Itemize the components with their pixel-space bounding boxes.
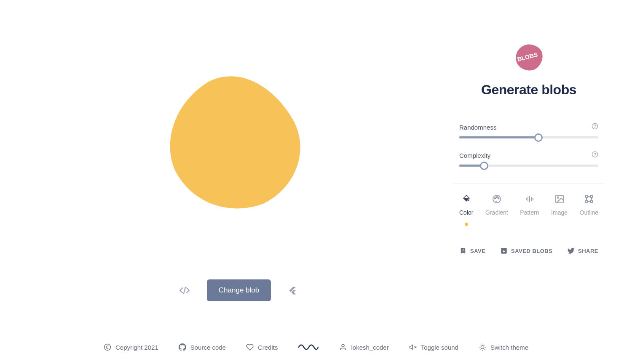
tab-label: Color	[459, 209, 473, 216]
svg-rect-13	[531, 197, 532, 201]
svg-line-38	[485, 345, 485, 345]
bookmark-icon	[459, 247, 467, 255]
blob-shape	[158, 61, 318, 221]
heart-icon	[246, 343, 254, 351]
github-icon	[179, 343, 186, 351]
user-icon	[339, 343, 347, 351]
svg-point-30	[481, 345, 484, 349]
tab-outline[interactable]: Outline	[580, 194, 598, 226]
action-bar: Change blob	[176, 279, 300, 301]
svg-point-7	[494, 198, 495, 199]
svg-point-8	[496, 197, 497, 198]
help-icon[interactable]	[592, 151, 598, 159]
code-button[interactable]	[176, 282, 193, 299]
randomness-slider[interactable]	[459, 136, 598, 138]
tab-label: Outline	[580, 209, 598, 216]
complexity-thumb[interactable]	[480, 162, 488, 170]
toggle-sound-label: Toggle sound	[421, 344, 458, 351]
complexity-slider-group: Complexity	[459, 151, 598, 167]
svg-rect-19	[586, 201, 587, 202]
blob-preview-panel: Change blob	[34, 8, 459, 328]
saved-blobs-link[interactable]: SAVED BLOBS	[500, 247, 552, 255]
svg-point-5	[595, 156, 595, 156]
copyright-link[interactable]: Copyright 2021	[104, 343, 158, 351]
code-icon	[179, 285, 190, 296]
svg-rect-14	[533, 198, 533, 200]
image-icon	[554, 194, 565, 204]
copyright-label: Copyright 2021	[115, 344, 158, 351]
color-dot	[465, 223, 468, 226]
svg-rect-11	[528, 197, 528, 201]
svg-rect-17	[586, 196, 587, 197]
action-links: SAVE SAVED BLOBS SHARE	[459, 247, 598, 255]
svg-point-25	[104, 344, 110, 351]
source-code-link[interactable]: Source code	[179, 343, 226, 351]
flutter-icon	[288, 286, 297, 295]
tab-label: Pattern	[520, 209, 539, 216]
style-tabs: Color Gradient	[459, 194, 598, 226]
toggle-sound-link[interactable]: Toggle sound	[409, 343, 458, 351]
randomness-slider-group: Randomness	[459, 123, 598, 138]
svg-point-16	[557, 197, 559, 198]
divider	[453, 183, 605, 184]
wave-icon	[298, 343, 319, 351]
svg-point-3	[595, 128, 595, 128]
blob-canvas	[133, 35, 343, 246]
username-label: lokesh_coder	[351, 344, 388, 351]
save-label: SAVE	[470, 248, 485, 254]
tab-color[interactable]: Color	[459, 194, 473, 226]
save-link[interactable]: SAVE	[459, 247, 485, 255]
complexity-label: Complexity	[459, 152, 490, 159]
paint-bucket-icon	[461, 194, 471, 204]
saved-blobs-label: SAVED BLOBS	[511, 248, 552, 254]
svg-rect-18	[591, 196, 592, 197]
tab-gradient[interactable]: Gradient	[485, 194, 508, 226]
sun-icon	[479, 343, 486, 351]
svg-point-9	[498, 198, 499, 199]
svg-line-34	[485, 349, 485, 350]
svg-rect-12	[529, 196, 530, 202]
source-code-label: Source code	[190, 344, 226, 351]
tab-image[interactable]: Image	[551, 194, 568, 226]
switch-theme-link[interactable]: Switch theme	[479, 343, 528, 351]
brand-link[interactable]	[298, 343, 319, 351]
change-blob-button[interactable]: Change blob	[207, 279, 271, 301]
svg-line-37	[480, 349, 480, 350]
palette-icon	[492, 194, 502, 204]
randomness-thumb[interactable]	[534, 133, 543, 142]
svg-rect-20	[591, 201, 592, 202]
tab-pattern[interactable]: Pattern	[520, 194, 539, 226]
tab-label: Image	[551, 209, 568, 216]
svg-marker-27	[410, 345, 412, 350]
username-link[interactable]: lokesh_coder	[339, 343, 388, 351]
waveform-icon	[525, 194, 535, 204]
randomness-label: Randomness	[459, 124, 496, 131]
bookmarks-icon	[500, 247, 508, 255]
logo-area: BLOBS Generate blobs	[459, 42, 598, 98]
flutter-button[interactable]	[284, 282, 300, 298]
switch-theme-label: Switch theme	[490, 344, 528, 351]
page-title: Generate blobs	[481, 82, 576, 98]
credits-link[interactable]: Credits	[246, 343, 278, 351]
controls-panel: BLOBS Generate blobs Randomness	[459, 8, 598, 328]
complexity-slider[interactable]	[459, 165, 598, 167]
volume-off-icon	[409, 343, 417, 351]
svg-point-26	[342, 344, 344, 347]
logo: BLOBS	[513, 42, 545, 74]
footer: Copyright 2021 Source code Credits lokes…	[0, 343, 632, 351]
tab-label: Gradient	[485, 209, 508, 216]
share-link[interactable]: SHARE	[567, 247, 598, 255]
copyright-icon	[104, 343, 111, 351]
svg-line-33	[480, 345, 480, 345]
share-label: SHARE	[578, 248, 598, 254]
credits-label: Credits	[258, 344, 278, 351]
bounding-box-icon	[584, 194, 594, 204]
svg-line-0	[184, 287, 185, 294]
help-icon[interactable]	[592, 123, 598, 131]
twitter-icon	[567, 247, 575, 255]
svg-rect-10	[526, 198, 527, 200]
